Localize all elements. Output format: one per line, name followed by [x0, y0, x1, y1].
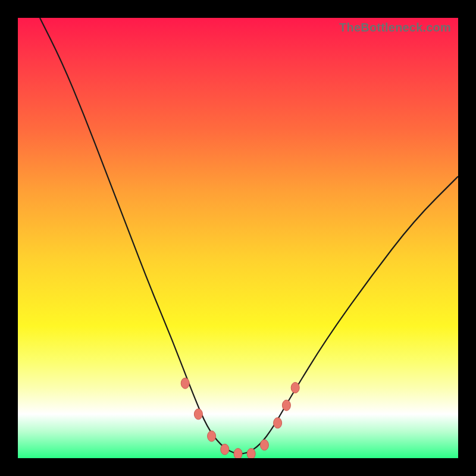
trough-marker: [181, 378, 189, 389]
trough-marker: [247, 449, 255, 458]
bottleneck-curve-svg: [18, 18, 458, 458]
trough-marker: [274, 418, 282, 428]
chart-frame: TheBottleneck.com: [0, 0, 476, 476]
trough-marker: [194, 409, 202, 419]
plot-area: TheBottleneck.com: [18, 18, 458, 458]
trough-markers-group: [181, 378, 299, 458]
trough-marker: [291, 383, 299, 393]
trough-marker: [208, 431, 216, 441]
trough-marker: [234, 449, 242, 458]
trough-marker: [282, 400, 290, 411]
trough-marker: [260, 440, 268, 450]
trough-marker: [221, 444, 229, 455]
bottleneck-curve: [40, 18, 458, 454]
